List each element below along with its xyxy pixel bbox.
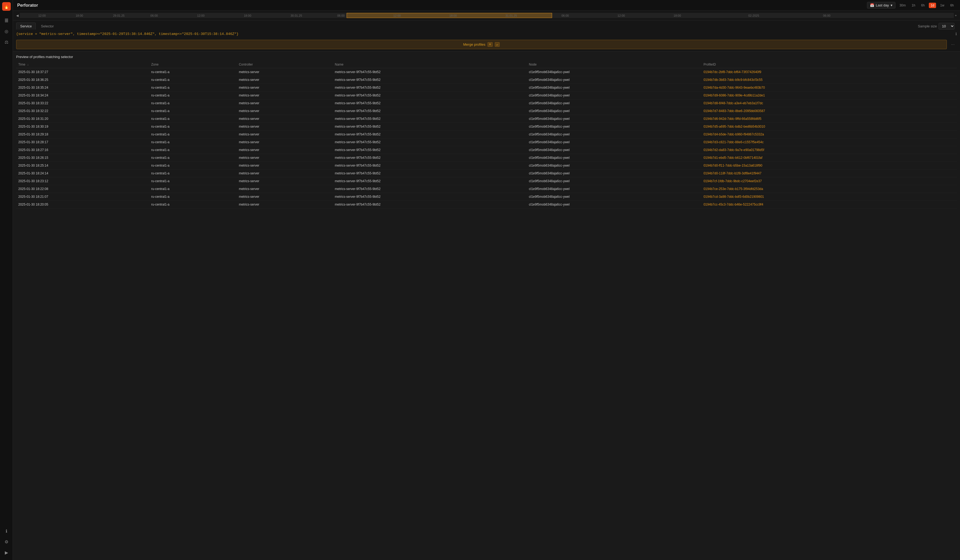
time-btn-1d[interactable]: 1d <box>929 3 936 8</box>
cell-controller: metrics-server <box>237 146 333 154</box>
help-icon[interactable]: ℹ <box>955 32 957 36</box>
cell-zone: ru-central1-a <box>149 162 237 169</box>
cell-zone: ru-central1-a <box>149 185 237 193</box>
cell-profile-id[interactable]: 0194b7cd-3a98-7ddc-bdf3-6d0b21909801 <box>701 193 957 201</box>
cell-controller: metrics-server <box>237 201 333 209</box>
cell-profile-id[interactable]: 0194b7d2-da83-7ddc-9a7e-e90a01798d5f <box>701 146 957 154</box>
cell-profile-id[interactable]: 0194b7d0-118f-7ddc-b1f8-3df8e41f9447 <box>701 169 957 177</box>
time-range-label: Last day <box>876 3 889 7</box>
table-row: 2025-01-30 18:24:14 ru-central1-a metric… <box>16 169 957 177</box>
cell-controller: metrics-server <box>237 162 333 169</box>
col-profile-id[interactable]: ProfileID <box>701 61 957 68</box>
cell-zone: ru-central1-a <box>149 68 237 76</box>
sidebar-item-balance[interactable]: ⚖ <box>2 37 11 47</box>
col-controller[interactable]: Controller <box>237 61 333 68</box>
col-name[interactable]: Name <box>333 61 527 68</box>
cell-profile-id[interactable]: 0194b7dc-2bf8-7ddc-bf64-73f3742640f9 <box>701 68 957 76</box>
timeline-label-0: 12:00 <box>38 14 46 17</box>
cell-profile-id[interactable]: 0194b7ce-253e-7ddc-b175-3f94dfd253da <box>701 185 957 193</box>
cell-profile-id[interactable]: 0194b7d0-ff11-7ddc-b5be-15a13a618f90 <box>701 162 957 169</box>
cell-profile-id[interactable]: 0194b7d9-6086-7ddc-909e-4cd9b11a2de1 <box>701 92 957 99</box>
main-content: Perforator 📅 Last day ▾ 30m 1h 6h 1d 1w … <box>13 0 960 560</box>
cell-time: 2025-01-30 18:26:15 <box>16 154 149 162</box>
table-row: 2025-01-30 18:27:16 ru-central1-a metric… <box>16 146 957 154</box>
cell-profile-id[interactable]: 0194b7d1-ebd5-7ddc-b612-0bf671401faf <box>701 154 957 162</box>
sidebar-item-info[interactable]: ℹ <box>2 526 11 536</box>
sidebar: 🔥 ☰ ◎ ⚖ ℹ ⚙ ▶ <box>0 0 13 560</box>
table-row: 2025-01-30 18:21:07 ru-central1-a metric… <box>16 193 957 201</box>
col-zone[interactable]: Zone <box>149 61 237 68</box>
cell-node: cl1e9f5mob6348aja6cc-ywel <box>527 201 701 209</box>
time-btn-6h[interactable]: 6h <box>919 3 926 8</box>
time-btn-6h-2[interactable]: 6h <box>949 3 956 8</box>
timeline-label-9: 18:00 <box>450 14 457 17</box>
cell-controller: metrics-server <box>237 123 333 131</box>
cell-controller: metrics-server <box>237 154 333 162</box>
cell-controller: metrics-server <box>237 115 333 123</box>
cell-controller: metrics-server <box>237 92 333 99</box>
cell-node: cl1e9f5mob6348aja6cc-ywel <box>527 99 701 107</box>
cell-node: cl1e9f5mob6348aja6cc-ywel <box>527 92 701 99</box>
timeline-label-13: 18:00 <box>674 14 681 17</box>
table-row: 2025-01-30 18:36:25 ru-central1-a metric… <box>16 76 957 84</box>
timeline-next[interactable]: + <box>954 13 958 19</box>
time-btn-1h[interactable]: 1h <box>910 3 917 8</box>
preview-title: Preview of profiles matching selector <box>16 52 957 61</box>
query-input-row: ℹ <box>13 30 960 38</box>
cell-profile-id[interactable]: 0194b7da-4d30-7ddc-9643-9eaebc483b70 <box>701 84 957 92</box>
time-range-selector[interactable]: 📅 Last day ▾ <box>867 2 896 9</box>
sample-size-select[interactable]: 10 25 50 100 <box>939 23 955 30</box>
cell-zone: ru-central1-a <box>149 193 237 201</box>
merge-profiles-button[interactable]: Merge profiles ⌘ ↵ <box>16 40 947 49</box>
cell-time: 2025-01-30 18:31:20 <box>16 115 149 123</box>
sidebar-item-expand[interactable]: ▶ <box>2 548 11 557</box>
cell-node: cl1e9f5mob6348aja6cc-ywel <box>527 139 701 146</box>
cell-zone: ru-central1-a <box>149 177 237 185</box>
cell-name: metrics-server-9f7b47c55-9bt52 <box>333 162 527 169</box>
cell-time: 2025-01-30 18:27:16 <box>16 146 149 154</box>
tab-selector[interactable]: Selector <box>37 22 58 30</box>
cell-profile-id[interactable]: 0194b7cf-1fdb-7ddc-9bdc-c2704eef2e37 <box>701 177 957 185</box>
query-input[interactable] <box>16 32 953 36</box>
tab-service[interactable]: Service <box>16 22 36 30</box>
profiles-table: Time ↓ Zone Controller Name Node Profile… <box>16 61 957 209</box>
query-tabs: Service Selector Sample size 10 25 50 10… <box>13 21 960 30</box>
col-node[interactable]: Node <box>527 61 701 68</box>
cell-node: cl1e9f5mob6348aja6cc-ywel <box>527 177 701 185</box>
cell-time: 2025-01-30 18:34:24 <box>16 92 149 99</box>
more-options-button[interactable]: ··· <box>949 41 957 48</box>
timeline-label-8: 12:00 <box>394 14 401 17</box>
timeline-inner[interactable]: 12:00 18:00 29.01.25 06:00 12:00 18:00 3… <box>20 11 954 20</box>
cell-name: metrics-server-9f7b47c55-9bt52 <box>333 185 527 193</box>
cell-profile-id[interactable]: 0194b7db-3b83-7ddc-b9c9-bfc843cf3c55 <box>701 76 957 84</box>
cell-controller: metrics-server <box>237 107 333 115</box>
timeline-label-3: 06:00 <box>150 14 158 17</box>
cell-profile-id[interactable]: 0194b7d3-c821-7ddc-88e6-c1557f5e454c <box>701 139 957 146</box>
app-logo[interactable]: 🔥 <box>2 2 11 11</box>
table-row: 2025-01-30 18:23:12 ru-central1-a metric… <box>16 177 957 185</box>
sidebar-item-menu[interactable]: ☰ <box>2 16 11 25</box>
cell-controller: metrics-server <box>237 169 333 177</box>
info-icon: ℹ <box>6 528 7 534</box>
cell-profile-id[interactable]: 0194b7d5-a695-7ddc-bdb2-bed6b54b3010 <box>701 123 957 131</box>
cell-node: cl1e9f5mob6348aja6cc-ywel <box>527 107 701 115</box>
sidebar-item-settings[interactable]: ⚙ <box>2 537 11 547</box>
cell-node: cl1e9f5mob6348aja6cc-ywel <box>527 123 701 131</box>
cell-name: metrics-server-9f7b47c55-9bt52 <box>333 123 527 131</box>
cell-node: cl1e9f5mob6348aja6cc-ywel <box>527 162 701 169</box>
time-btn-1w[interactable]: 1w <box>938 3 946 8</box>
cell-profile-id[interactable]: 0194b7d4-b5de-7ddc-b960-f94867c5332a <box>701 131 957 139</box>
cell-name: metrics-server-9f7b47c55-9bt52 <box>333 154 527 162</box>
topbar-controls: 📅 Last day ▾ 30m 1h 6h 1d 1w 6h <box>867 2 956 9</box>
cell-profile-id[interactable]: 0194b7d6-942d-7ddc-9ffd-66a558fdd6f5 <box>701 115 957 123</box>
timeline-prev[interactable]: ◀ <box>15 13 20 19</box>
cell-profile-id[interactable]: 0194b7cc-45c3-7ddc-b46e-5222475cc9f4 <box>701 201 957 209</box>
sample-size-control: Sample size 10 25 50 100 <box>918 23 957 30</box>
time-btn-30m[interactable]: 30m <box>898 3 907 8</box>
timeline-label-5: 18:00 <box>244 14 251 17</box>
cell-profile-id[interactable]: 0194b7d8-6f48-7ddc-a3e4-eb7eb3a1f7dc <box>701 99 957 107</box>
cell-profile-id[interactable]: 0194b7d7-8483-7ddc-8be6-2095bb083587 <box>701 107 957 115</box>
col-time[interactable]: Time ↓ <box>16 61 149 68</box>
timeline-label-4: 12:00 <box>197 14 205 17</box>
sidebar-item-search[interactable]: ◎ <box>2 26 11 36</box>
